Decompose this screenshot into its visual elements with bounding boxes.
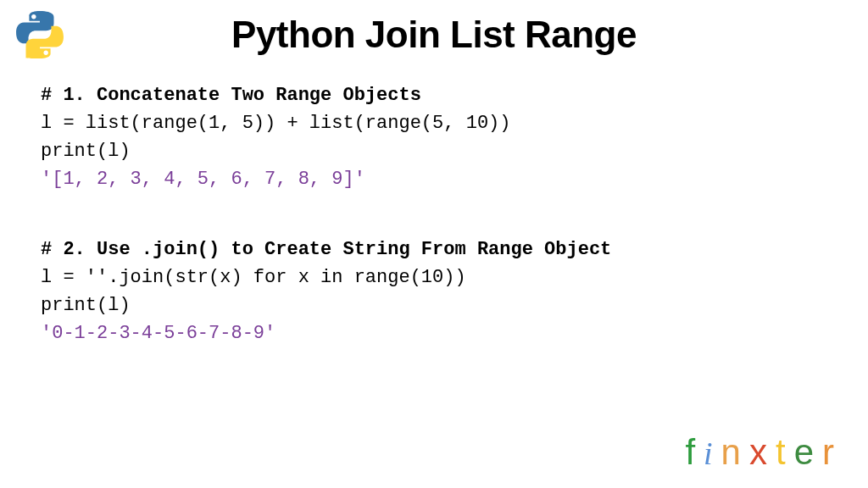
- comment-2: # 2. Use .join() to Create String From R…: [41, 236, 827, 263]
- code-block-2: # 2. Use .join() to Create String From R…: [41, 236, 827, 347]
- code-line-2b: print(l): [41, 291, 827, 319]
- brand-letter-f: f: [685, 432, 704, 472]
- brand-letter-t: t: [776, 432, 794, 472]
- code-line-1a: l = list(range(1, 5)) + list(range(5, 10…: [41, 109, 827, 137]
- brand-letter-n: n: [721, 432, 749, 472]
- brand-letter-x: x: [749, 432, 776, 472]
- python-logo-icon: [15, 10, 64, 59]
- code-line-1b: print(l): [41, 137, 827, 165]
- output-1: '[1, 2, 3, 4, 5, 6, 7, 8, 9]': [41, 165, 827, 193]
- code-block-1: # 1. Concatenate Two Range Objects l = l…: [41, 81, 827, 193]
- page-title: Python Join List Range: [0, 0, 868, 56]
- code-line-2a: l = ''.join(str(x) for x in range(10)): [41, 263, 827, 291]
- brand-logo: finxter: [685, 432, 843, 473]
- comment-1: # 1. Concatenate Two Range Objects: [41, 81, 827, 109]
- brand-letter-e: e: [794, 432, 822, 472]
- output-2: '0-1-2-3-4-5-6-7-8-9': [41, 319, 827, 347]
- brand-letter-i: i: [704, 435, 721, 471]
- brand-letter-r: r: [822, 432, 843, 472]
- content-area: # 1. Concatenate Two Range Objects l = l…: [0, 56, 868, 347]
